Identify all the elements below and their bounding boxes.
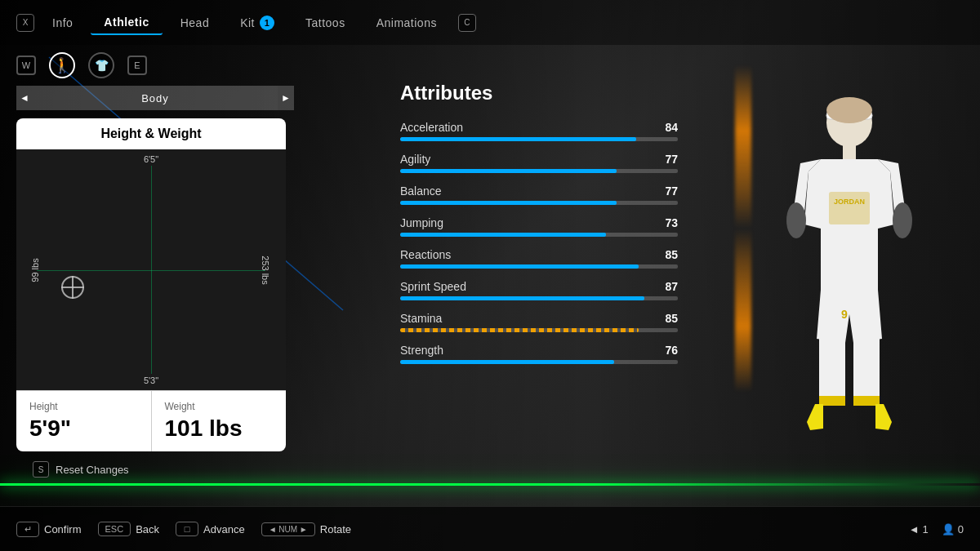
grid-v bbox=[151, 166, 152, 374]
attr-value: 87 bbox=[665, 280, 678, 293]
body-slider[interactable]: ◄ Body ► bbox=[16, 86, 294, 110]
attr-name: Reactions bbox=[400, 248, 451, 261]
weight-box: Weight 101 lbs bbox=[152, 391, 287, 451]
attr-row-sprint-speed: Sprint Speed 87 bbox=[400, 280, 678, 300]
right-value-1: 1 bbox=[923, 523, 929, 535]
label-rotate: Rotate bbox=[320, 523, 351, 535]
svg-point-6 bbox=[786, 202, 806, 238]
attr-bar-fill bbox=[400, 201, 617, 205]
tab-tattoos[interactable]: Tattoos bbox=[292, 11, 359, 34]
attr-row-acceleration: Acceleration 84 bbox=[400, 121, 678, 141]
attr-bar-bg bbox=[400, 201, 678, 205]
attr-bar-bg bbox=[400, 296, 678, 300]
attr-value: 76 bbox=[665, 344, 678, 357]
attr-value: 77 bbox=[665, 153, 678, 166]
attr-bar-fill bbox=[400, 264, 639, 269]
action-advance: □ Advance bbox=[176, 522, 245, 536]
attr-bar-bg bbox=[400, 360, 678, 364]
tab-kit[interactable]: Kit1 bbox=[227, 11, 287, 35]
attributes-panel: Attributes Acceleration 84 Agility 77 Ba… bbox=[400, 82, 678, 375]
key-advance: □ bbox=[176, 522, 198, 536]
attr-row-balance: Balance 77 bbox=[400, 184, 678, 205]
attr-value: 73 bbox=[665, 216, 678, 229]
kit-badge: 1 bbox=[260, 16, 274, 30]
attributes-title: Attributes bbox=[400, 82, 678, 104]
attr-value: 85 bbox=[665, 312, 678, 325]
bottom-right: ◄ 1 👤 0 bbox=[909, 523, 964, 535]
svg-point-7 bbox=[893, 202, 912, 238]
svg-rect-5 bbox=[829, 192, 870, 224]
key-badge-c: C bbox=[458, 14, 476, 32]
label-advance: Advance bbox=[203, 523, 245, 535]
attr-bar-fill bbox=[400, 328, 639, 332]
svg-text:JORDAN: JORDAN bbox=[834, 198, 865, 206]
attr-row-reactions: Reactions 85 bbox=[400, 248, 678, 269]
hw-graph[interactable]: 6'5" 5'3" 99 lbs 253 lbs bbox=[16, 149, 286, 390]
action-rotate: ◄ NUM ► Rotate bbox=[261, 522, 351, 536]
slider-right-arrow[interactable]: ► bbox=[278, 86, 294, 110]
attr-bar-fill bbox=[400, 169, 617, 173]
slider-left-arrow[interactable]: ◄ bbox=[16, 86, 33, 110]
person-icon-btn[interactable]: 🚶 bbox=[49, 52, 75, 78]
tab-athletic[interactable]: Athletic bbox=[91, 11, 162, 35]
tab-head[interactable]: Head bbox=[167, 11, 222, 34]
attr-bar-bg bbox=[400, 169, 678, 173]
action-back: ESC Back bbox=[98, 522, 160, 536]
attr-name: Strength bbox=[400, 344, 443, 357]
attr-bar-bg bbox=[400, 137, 678, 141]
action-confirm: ↵ Confirm bbox=[16, 522, 82, 537]
player-area: 9 JORDAN bbox=[719, 53, 980, 502]
key-badge-e: E bbox=[127, 56, 147, 75]
attr-value: 84 bbox=[665, 121, 678, 134]
slider-label: Body bbox=[33, 86, 278, 110]
arrow-left-icon: ◄ bbox=[909, 523, 920, 535]
attr-bar-fill bbox=[400, 233, 606, 237]
tab-animations[interactable]: Animations bbox=[363, 11, 450, 34]
weight-value: 101 lbs bbox=[165, 415, 274, 442]
svg-rect-4 bbox=[843, 144, 856, 159]
attr-row-strength: Strength 76 bbox=[400, 344, 678, 364]
attr-bar-bg bbox=[400, 233, 678, 237]
height-label: Height bbox=[29, 401, 138, 412]
tab-info[interactable]: Info bbox=[39, 11, 86, 34]
key-rotate: ◄ NUM ► bbox=[261, 522, 315, 536]
right-value-2: 0 bbox=[958, 523, 964, 535]
attr-rows-container: Acceleration 84 Agility 77 Balance 77 bbox=[400, 121, 678, 364]
attr-name: Agility bbox=[400, 153, 430, 166]
attr-name: Stamina bbox=[400, 312, 442, 325]
hw-card-title: Height & Weight bbox=[16, 118, 286, 149]
height-box: Height 5'9" bbox=[16, 391, 152, 451]
height-value: 5'9" bbox=[29, 415, 138, 442]
key-back: ESC bbox=[98, 522, 131, 536]
svg-text:9: 9 bbox=[841, 308, 848, 321]
attr-bar-fill bbox=[400, 360, 614, 364]
attr-name: Sprint Speed bbox=[400, 280, 466, 293]
attr-row-agility: Agility 77 bbox=[400, 153, 678, 173]
key-badge-w: W bbox=[16, 56, 36, 75]
reset-label[interactable]: Reset Changes bbox=[56, 464, 129, 476]
label-confirm: Confirm bbox=[44, 523, 82, 535]
svg-rect-8 bbox=[819, 339, 845, 404]
main-content: X Info Athletic Head Kit1 Tattoos Animat… bbox=[0, 0, 980, 551]
shirt-icon-btn[interactable]: 👕 bbox=[88, 52, 114, 78]
attr-value: 77 bbox=[665, 184, 678, 198]
attr-name: Balance bbox=[400, 184, 442, 198]
attr-row-jumping: Jumping 73 bbox=[400, 216, 678, 237]
person-icon: 👤 bbox=[942, 523, 955, 535]
attr-name: Acceleration bbox=[400, 121, 463, 134]
hw-top-label: 6'5" bbox=[144, 154, 158, 164]
svg-point-3 bbox=[826, 97, 872, 123]
weight-label: Weight bbox=[165, 401, 274, 412]
attr-bar-bg bbox=[400, 264, 678, 269]
hw-values: Height 5'9" Weight 101 lbs bbox=[16, 390, 286, 451]
player-figure: 9 JORDAN bbox=[760, 78, 939, 502]
attr-value: 85 bbox=[665, 248, 678, 261]
attr-row-stamina: Stamina 85 bbox=[400, 312, 678, 332]
attr-bar-fill bbox=[400, 137, 636, 141]
attr-name: Jumping bbox=[400, 216, 443, 229]
hw-card: Height & Weight 6'5" 5'3" 99 lbs 253 lbs bbox=[16, 118, 286, 451]
label-back: Back bbox=[136, 523, 159, 535]
right-item-1: ◄ 1 bbox=[909, 523, 929, 535]
attr-bar-bg bbox=[400, 328, 678, 332]
bottom-bar: ↵ Confirm ESC Back □ Advance ◄ NUM ► Rot… bbox=[0, 506, 980, 551]
